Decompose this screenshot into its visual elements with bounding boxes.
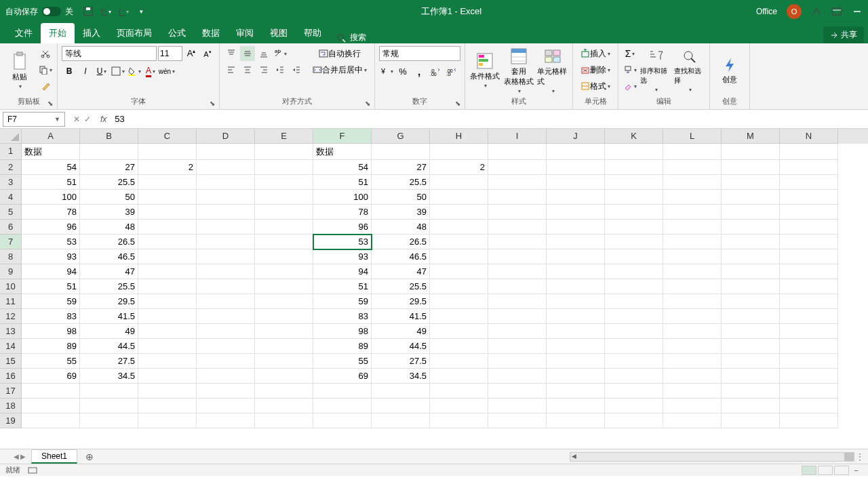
cell[interactable]: 89 (313, 339, 372, 354)
cell[interactable] (663, 294, 722, 309)
cell[interactable]: 39 (80, 205, 138, 220)
cell[interactable]: 39 (372, 205, 430, 220)
cell[interactable] (488, 294, 547, 309)
cut-button[interactable] (38, 46, 53, 61)
cell[interactable]: 27 (372, 160, 430, 175)
cell[interactable] (197, 339, 255, 354)
cell[interactable] (80, 413, 138, 428)
cell[interactable] (313, 384, 372, 399)
cell[interactable]: 41.5 (372, 309, 430, 324)
cell[interactable] (197, 399, 255, 413)
cell[interactable] (663, 220, 722, 235)
cell[interactable] (722, 160, 780, 175)
tab-help[interactable]: 帮助 (296, 23, 330, 43)
italic-button[interactable]: I (78, 64, 93, 79)
column-header[interactable]: M (722, 129, 780, 144)
cell[interactable] (780, 144, 838, 160)
cell[interactable] (138, 294, 197, 309)
cell[interactable] (197, 144, 255, 160)
cell[interactable] (255, 354, 313, 369)
cell[interactable] (605, 384, 663, 399)
cell[interactable] (780, 384, 838, 399)
cell[interactable]: 50 (80, 190, 138, 205)
cell[interactable] (488, 369, 547, 384)
column-header[interactable]: A (22, 129, 80, 144)
cell[interactable] (488, 220, 547, 235)
cell[interactable] (722, 205, 780, 220)
cell[interactable] (547, 324, 605, 339)
column-header[interactable]: F (313, 129, 372, 144)
cell[interactable] (488, 175, 547, 190)
fill-button[interactable]: ▾ (623, 62, 637, 77)
cell[interactable] (430, 309, 488, 324)
cell[interactable]: 27 (80, 160, 138, 175)
cell[interactable]: 25.5 (80, 175, 138, 190)
row-header[interactable]: 18 (0, 399, 22, 413)
cell[interactable] (313, 399, 372, 413)
comma-button[interactable]: , (412, 64, 427, 79)
cell[interactable] (780, 264, 838, 279)
cells-area[interactable]: 数据数据54272542725125.55125.510050100507839… (22, 144, 838, 428)
cell[interactable] (80, 399, 138, 413)
cell[interactable] (780, 369, 838, 384)
cell[interactable] (780, 175, 838, 190)
cell[interactable] (547, 190, 605, 205)
cell[interactable] (605, 413, 663, 428)
cell[interactable]: 93 (313, 249, 372, 264)
coming-soon-icon[interactable] (811, 6, 822, 17)
column-header[interactable]: C (138, 129, 197, 144)
column-header[interactable]: L (663, 129, 722, 144)
cell[interactable] (197, 264, 255, 279)
tab-insert[interactable]: 插入 (75, 23, 108, 43)
cell[interactable]: 26.5 (372, 235, 430, 249)
cell[interactable]: 59 (313, 294, 372, 309)
cell[interactable] (605, 220, 663, 235)
number-format-select[interactable] (379, 46, 460, 61)
cell[interactable] (488, 384, 547, 399)
copy-button[interactable]: ▾ (38, 62, 53, 77)
cell[interactable] (722, 413, 780, 428)
cell[interactable] (22, 384, 80, 399)
cell[interactable] (255, 279, 313, 294)
cell[interactable] (722, 309, 780, 324)
chevron-down-icon[interactable]: ▼ (54, 116, 60, 123)
tab-home[interactable]: 开始 (41, 23, 75, 43)
cell[interactable] (780, 190, 838, 205)
cell[interactable] (780, 235, 838, 249)
cell[interactable]: 34.5 (80, 369, 138, 384)
delete-cells-button[interactable]: 删除▾ (577, 62, 614, 77)
cell[interactable]: 54 (22, 160, 80, 175)
cell[interactable]: 27.5 (80, 354, 138, 369)
cell[interactable]: 47 (80, 264, 138, 279)
cell[interactable] (780, 249, 838, 264)
cell[interactable] (722, 354, 780, 369)
zoom-out-button[interactable]: − (854, 466, 859, 474)
cell[interactable] (663, 205, 722, 220)
cell[interactable]: 数据 (313, 144, 372, 160)
cell[interactable] (197, 160, 255, 175)
cell[interactable]: 25.5 (372, 175, 430, 190)
cell[interactable] (605, 235, 663, 249)
cell[interactable] (605, 339, 663, 354)
percent-button[interactable]: % (395, 64, 410, 79)
sheet-next-icon[interactable]: ▶ (20, 453, 26, 460)
cell[interactable] (780, 354, 838, 369)
cell[interactable] (197, 249, 255, 264)
tell-me-search[interactable]: 搜索 (336, 32, 366, 43)
cell[interactable] (722, 294, 780, 309)
cell[interactable] (663, 413, 722, 428)
cell[interactable]: 49 (372, 324, 430, 339)
cell[interactable] (197, 205, 255, 220)
cell[interactable]: 78 (22, 205, 80, 220)
user-avatar[interactable]: O (787, 4, 802, 19)
row-header[interactable]: 5 (0, 205, 22, 220)
cell[interactable] (255, 369, 313, 384)
cell[interactable] (138, 354, 197, 369)
cell[interactable]: 44.5 (80, 339, 138, 354)
cell[interactable] (605, 205, 663, 220)
cell[interactable]: 51 (313, 279, 372, 294)
row-header[interactable]: 17 (0, 384, 22, 399)
font-color-button[interactable]: A▾ (143, 64, 158, 79)
align-bottom-button[interactable] (256, 46, 271, 61)
tab-formulas[interactable]: 公式 (160, 23, 194, 43)
